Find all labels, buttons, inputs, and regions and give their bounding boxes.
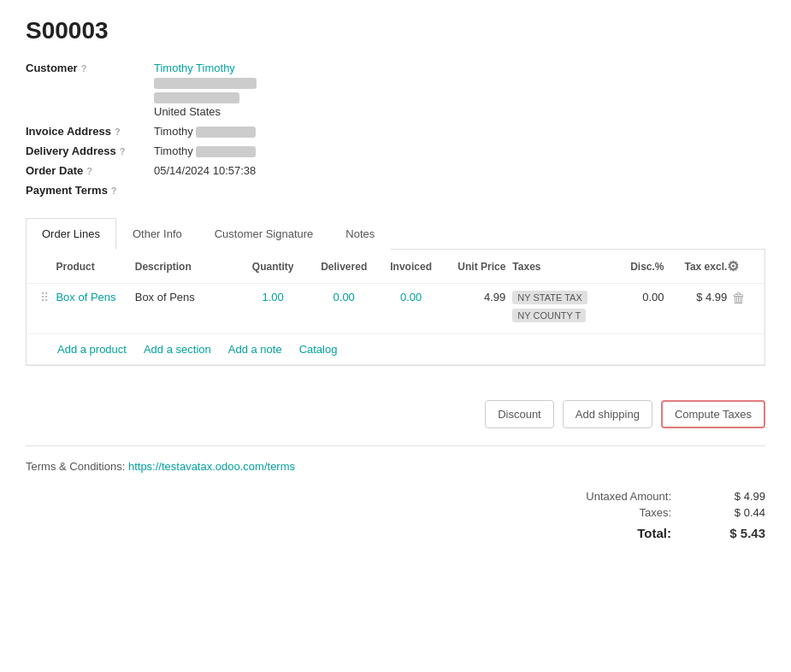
col-header-quantity: Quantity <box>238 261 309 273</box>
customer-country: United States <box>154 105 257 118</box>
col-header-delivered: Delivered <box>309 261 380 273</box>
total-row: Total: $ 5.43 <box>552 526 765 540</box>
customer-address2 <box>154 91 257 103</box>
totals-section: Untaxed Amount: $ 4.99 Taxes: $ 0.44 Tot… <box>26 490 765 540</box>
cell-unitprice: 4.99 <box>443 291 506 304</box>
cell-taxexcl: $ 4.99 <box>664 291 728 304</box>
delivery-address-help-icon[interactable]: ? <box>120 146 126 156</box>
terms-link[interactable]: https://testavatax.odoo.com/terms <box>128 460 295 473</box>
invoice-address-label: Invoice Address ? <box>26 125 154 138</box>
add-row-actions: Add a product Add a section Add a note C… <box>27 334 764 365</box>
col-header-product: Product <box>56 261 134 273</box>
untaxed-amount-value: $ 4.99 <box>705 490 765 503</box>
tax-badge-county: NY COUNTY T <box>512 309 586 322</box>
invoice-address-value: Timothy <box>154 125 256 138</box>
order-date-help-icon[interactable]: ? <box>86 166 92 176</box>
order-date-label: Order Date ? <box>26 164 154 177</box>
customer-help-icon[interactable]: ? <box>81 63 87 74</box>
add-section-link[interactable]: Add a section <box>144 343 211 356</box>
product-link[interactable]: Box of Pens <box>56 291 115 304</box>
order-date-field-row: Order Date ? 05/14/2024 10:57:38 <box>26 164 765 177</box>
untaxed-amount-label: Untaxed Amount: <box>552 490 671 503</box>
customer-field-row: Customer ? Timothy Timothy United States <box>26 62 765 118</box>
delivery-address-field-row: Delivery Address ? Timothy <box>26 144 765 157</box>
tax-badge-state: NY STATE TAX <box>512 291 587 304</box>
terms-prefix: Terms & Conditions: <box>26 460 128 473</box>
order-date-value: 05/14/2024 10:57:38 <box>154 164 256 177</box>
col-header-description: Description <box>135 261 238 273</box>
delivery-address-value: Timothy <box>154 144 256 157</box>
settings-icon[interactable]: ⚙ <box>727 258 751 274</box>
cell-quantity[interactable]: 1.00 <box>238 291 309 304</box>
catalog-link[interactable]: Catalog <box>299 343 338 356</box>
customer-value: Timothy Timothy United States <box>154 62 257 118</box>
col-header-taxexcl: Tax excl. <box>664 261 728 273</box>
compute-taxes-button[interactable]: Compute Taxes <box>661 400 765 428</box>
cell-product[interactable]: Box of Pens <box>56 291 134 304</box>
cell-invoiced: 0.00 <box>380 291 443 304</box>
trash-icon[interactable]: 🗑 <box>732 291 746 305</box>
taxes-label: Taxes: <box>552 506 671 519</box>
tabs-container: Order Lines Other Info Customer Signatur… <box>26 217 765 250</box>
tab-notes[interactable]: Notes <box>329 218 391 250</box>
tab-customer-signature[interactable]: Customer Signature <box>198 218 330 250</box>
tab-order-lines[interactable]: Order Lines <box>26 218 116 250</box>
payment-terms-help-icon[interactable]: ? <box>111 186 117 196</box>
form-section: Customer ? Timothy Timothy United States… <box>26 62 765 197</box>
cell-disc: 0.00 <box>601 291 664 304</box>
taxes-row: Taxes: $ 0.44 <box>552 506 765 519</box>
total-label: Total: <box>552 526 671 540</box>
add-product-link[interactable]: Add a product <box>57 343 127 356</box>
invoice-address-help-icon[interactable]: ? <box>115 127 121 137</box>
untaxed-amount-row: Untaxed Amount: $ 4.99 <box>552 490 765 503</box>
divider-1 <box>26 445 765 446</box>
table-header: Product Description Quantity Delivered I… <box>27 250 764 284</box>
tab-content: Product Description Quantity Delivered I… <box>26 250 765 366</box>
delete-row-button[interactable]: 🗑 <box>727 291 751 306</box>
customer-label: Customer ? <box>26 62 154 74</box>
drag-handle[interactable]: ⠿ <box>40 291 56 304</box>
payment-terms-field-row: Payment Terms ? <box>26 184 765 197</box>
actions-section: Discount Add shipping Compute Taxes <box>26 383 765 437</box>
page-title: S00003 <box>26 17 765 44</box>
col-header-unitprice: Unit Price <box>443 261 506 273</box>
table-row: ⠿ Box of Pens Box of Pens 1.00 0.00 0.00… <box>27 284 764 334</box>
total-value: $ 5.43 <box>705 526 765 540</box>
customer-address1 <box>154 76 257 89</box>
customer-name[interactable]: Timothy Timothy <box>154 62 257 74</box>
invoice-address-field-row: Invoice Address ? Timothy <box>26 125 765 138</box>
cell-description: Box of Pens <box>135 291 238 304</box>
delivery-address-label: Delivery Address ? <box>26 144 154 157</box>
cell-taxes: NY STATE TAX NY COUNTY T <box>505 291 600 327</box>
terms-section: Terms & Conditions: https://testavatax.o… <box>26 460 765 473</box>
payment-terms-label: Payment Terms ? <box>26 184 154 197</box>
tabs: Order Lines Other Info Customer Signatur… <box>26 217 765 249</box>
taxes-value: $ 0.44 <box>705 506 765 519</box>
tab-other-info[interactable]: Other Info <box>116 218 198 250</box>
add-note-link[interactable]: Add a note <box>228 343 282 356</box>
col-header-taxes: Taxes <box>505 261 600 273</box>
add-shipping-button[interactable]: Add shipping <box>563 400 652 428</box>
col-header-disc: Disc.% <box>601 261 664 273</box>
cell-delivered: 0.00 <box>309 291 380 304</box>
discount-button[interactable]: Discount <box>485 400 554 428</box>
col-header-invoiced: Invoiced <box>380 261 443 273</box>
